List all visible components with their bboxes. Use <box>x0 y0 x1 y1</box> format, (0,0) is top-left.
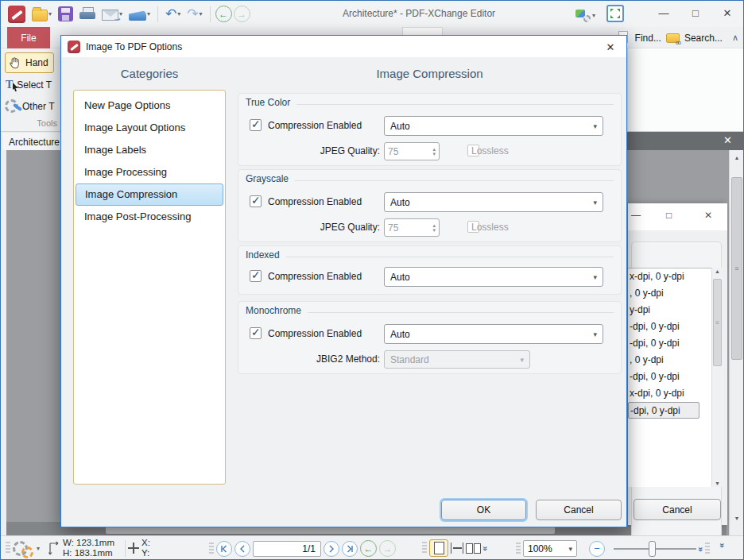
scroll-down-icon[interactable]: ▼ <box>712 481 723 486</box>
zoom-slider[interactable] <box>614 548 696 550</box>
status-bar-overflow[interactable]: » <box>720 540 724 550</box>
list-item[interactable]: , 0 y-dpi <box>628 285 711 302</box>
document-tab-architecture[interactable]: Architecture <box>2 133 66 151</box>
image-list[interactable]: x-dpi, 0 y-dpi , 0 y-dpi y-dpi -dpi, 0 y… <box>628 268 711 487</box>
scroll-down-button[interactable]: ▼ <box>730 512 743 524</box>
category-item-image-post-processing[interactable]: Image Post-Processing <box>76 206 223 228</box>
list-item[interactable]: -dpi, 0 y-dpi <box>628 319 711 335</box>
grip-handle[interactable] <box>6 542 10 554</box>
app-logo-icon[interactable] <box>6 4 28 25</box>
vertical-scrollbar[interactable]: ▲ ≡ ▼ <box>729 150 743 535</box>
history-forward-button[interactable]: → <box>234 6 250 22</box>
compression-enabled-checkbox[interactable]: ✓ <box>250 195 262 207</box>
chevron-down-icon[interactable]: ▾ <box>177 10 180 17</box>
list-item[interactable]: -dpi, 0 y-dpi <box>628 369 711 385</box>
chevron-down-icon[interactable]: ▾ <box>48 10 52 17</box>
hand-tool-button[interactable]: Hand <box>5 52 54 73</box>
select-text-tool-button[interactable]: T Select T <box>6 79 52 91</box>
selected-ribbon-tab-sliver[interactable] <box>402 27 443 35</box>
list-item[interactable]: , 0 y-dpi <box>628 352 711 369</box>
dialog-titlebar[interactable]: Image To PDF Options <box>61 36 626 57</box>
zoom-out-button[interactable]: − <box>589 541 605 557</box>
close-button[interactable]: ✕ <box>711 1 743 25</box>
grip-handle[interactable] <box>422 542 427 554</box>
spin-down-icon[interactable]: ▾ <box>432 228 436 233</box>
compression-method-select[interactable]: Auto▾ <box>384 324 603 344</box>
scan-button[interactable]: ▾ <box>126 4 153 25</box>
compression-enabled-checkbox[interactable]: ✓ <box>250 327 262 339</box>
list-item[interactable]: y-dpi <box>628 302 711 319</box>
categories-list[interactable]: New Page Options Image Layout Options Im… <box>73 90 226 485</box>
grip-handle[interactable] <box>705 543 710 555</box>
two-page-layout-button[interactable] <box>466 543 481 554</box>
status-options-button[interactable]: ▾ <box>6 540 40 556</box>
history-back-button[interactable]: ← <box>215 6 232 22</box>
cancel-button[interactable]: Cancel <box>536 500 622 520</box>
undo-button[interactable]: ↶▾ <box>163 4 183 25</box>
print-button[interactable] <box>77 4 98 25</box>
open-file-button[interactable]: ▾ <box>29 4 54 25</box>
scroll-up-icon[interactable]: ▲ <box>712 268 723 274</box>
minimize-icon[interactable]: — <box>631 210 641 221</box>
minimize-button[interactable]: — <box>648 1 680 25</box>
dialog-close-button[interactable]: ✕ <box>603 40 618 54</box>
category-item-new-page-options[interactable]: New Page Options <box>76 95 223 117</box>
list-item[interactable]: -dpi, 0 y-dpi <box>628 335 711 352</box>
first-page-button[interactable] <box>216 541 232 557</box>
list-item[interactable]: x-dpi, 0 y-dpi <box>628 268 711 285</box>
fit-width-layout-button[interactable] <box>451 543 463 554</box>
scrollbar-thumb[interactable]: ≡ <box>713 279 722 366</box>
grip-handle[interactable] <box>516 543 521 555</box>
view-forward-button[interactable]: → <box>379 540 396 557</box>
zoom-more-icon[interactable]: » <box>696 546 706 550</box>
previous-page-button[interactable] <box>234 541 250 557</box>
tab-file[interactable]: File <box>7 27 50 48</box>
grip-handle[interactable] <box>209 543 214 555</box>
chevron-down-icon[interactable]: ▾ <box>592 12 595 19</box>
jpeg-quality-spinner[interactable]: 75▴▾ <box>384 218 440 237</box>
page-number-input[interactable]: 1/1 <box>253 541 321 557</box>
ui-options-button[interactable]: ▾ <box>573 5 598 25</box>
email-button[interactable]: →▾ <box>99 4 125 25</box>
collapse-ribbon-icon[interactable]: ∧ <box>732 33 738 43</box>
close-pane-icon[interactable]: ✕ <box>723 134 732 146</box>
background-cancel-button[interactable]: Cancel <box>634 499 721 520</box>
vertical-scrollbar-thumb[interactable]: ≡ <box>731 177 742 360</box>
fullscreen-button[interactable] <box>606 5 624 22</box>
redo-button[interactable]: ↷▾ <box>184 4 204 25</box>
image-list-scrollbar[interactable]: ▲ ≡ ▼ <box>711 268 723 487</box>
save-button[interactable] <box>56 4 76 25</box>
jbig2-method-select[interactable]: Standard▾ <box>384 350 530 369</box>
compression-method-select[interactable]: Auto▾ <box>384 192 603 212</box>
list-item[interactable]: x-dpi, 0 y-dpi <box>628 385 711 402</box>
more-layouts-icon[interactable]: » <box>481 546 490 550</box>
find-button[interactable]: Find... <box>635 33 661 44</box>
maximize-icon[interactable]: □ <box>666 210 672 221</box>
search-button[interactable]: Search... <box>684 33 723 44</box>
chevron-down-icon[interactable]: ▾ <box>147 10 150 17</box>
compression-method-select[interactable]: Auto▾ <box>384 267 603 287</box>
close-icon[interactable]: ✕ <box>704 210 712 221</box>
list-item-selected[interactable]: -dpi, 0 y-dpi <box>628 402 699 419</box>
compression-enabled-checkbox[interactable]: ✓ <box>250 119 262 131</box>
category-item-image-labels[interactable]: Image Labels <box>76 139 223 161</box>
chevron-down-icon[interactable]: ▾ <box>37 545 40 552</box>
jpeg-quality-spinner[interactable]: 75▴▾ <box>384 142 440 160</box>
spin-down-icon[interactable]: ▾ <box>432 152 436 156</box>
other-tools-button[interactable]: Other T <box>5 99 54 113</box>
category-item-image-processing[interactable]: Image Processing <box>76 161 223 183</box>
ok-button[interactable]: OK <box>441 500 526 520</box>
compression-method-select[interactable]: Auto▾ <box>384 116 603 136</box>
next-page-button[interactable] <box>324 541 339 557</box>
single-page-layout-button[interactable] <box>429 539 448 557</box>
last-page-button[interactable] <box>342 541 358 557</box>
scroll-up-button[interactable]: ▲ <box>730 152 743 164</box>
category-item-image-layout-options[interactable]: Image Layout Options <box>76 117 223 139</box>
search-folder-icon[interactable] <box>666 33 680 43</box>
zoom-slider-thumb[interactable] <box>649 541 656 557</box>
compression-enabled-checkbox[interactable]: ✓ <box>250 270 262 282</box>
chevron-down-icon[interactable]: ▾ <box>200 10 203 17</box>
view-back-button[interactable]: ← <box>360 540 377 557</box>
category-item-image-compression[interactable]: Image Compression <box>76 183 223 206</box>
maximize-button[interactable]: □ <box>680 1 711 25</box>
